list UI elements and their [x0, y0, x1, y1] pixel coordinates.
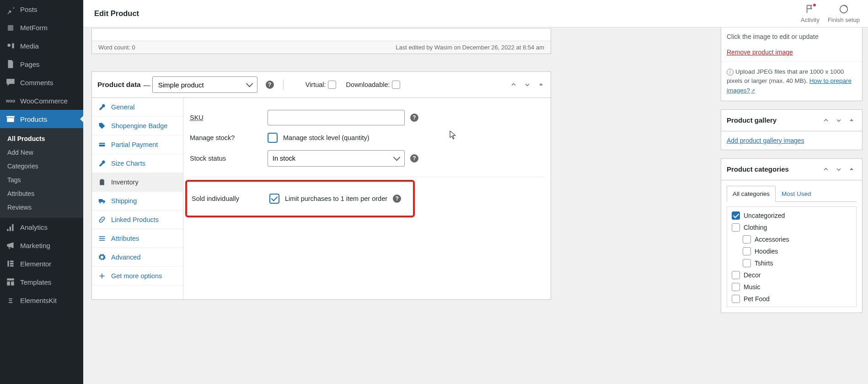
- toggle-panel-icon[interactable]: [847, 115, 857, 125]
- category-checkbox[interactable]: [743, 247, 751, 255]
- finish-setup-button[interactable]: Finish setup: [828, 4, 860, 23]
- svg-point-4: [99, 202, 101, 203]
- tab-label: Linked Products: [111, 216, 159, 223]
- tab-advanced[interactable]: Advanced: [92, 248, 183, 267]
- tab-most-used[interactable]: Most Used: [776, 186, 817, 202]
- tab-shipping[interactable]: Shipping: [92, 192, 183, 211]
- move-up-icon[interactable]: [821, 164, 831, 174]
- tab-label: Attributes: [111, 235, 139, 242]
- progress-icon: [839, 4, 849, 16]
- tab-shopengine-badge[interactable]: Shopengine Badge: [92, 117, 183, 135]
- help-sold-icon[interactable]: ?: [393, 195, 401, 203]
- move-down-icon[interactable]: [834, 115, 844, 125]
- tab-attributes[interactable]: Attributes: [92, 229, 183, 248]
- category-label: Hoodies: [755, 248, 778, 255]
- divider: [283, 80, 284, 90]
- toggle-panel-icon[interactable]: [847, 164, 857, 174]
- category-item[interactable]: Pet Food: [731, 293, 854, 305]
- menu-label: Marketing: [20, 242, 50, 249]
- analytics-icon: [5, 222, 16, 232]
- tab-linked-products[interactable]: Linked Products: [92, 211, 183, 229]
- tab-label: Shipping: [111, 197, 137, 205]
- downloadable-checkbox[interactable]: [392, 81, 400, 89]
- tab-label: Size Charts: [111, 160, 145, 167]
- menu-products[interactable]: Products: [0, 110, 83, 128]
- header-actions: Activity Finish setup: [709, 0, 868, 27]
- help-product-type-icon[interactable]: ?: [266, 81, 274, 89]
- menu-posts[interactable]: Posts: [0, 0, 83, 18]
- move-up-icon[interactable]: [821, 115, 831, 125]
- word-count: Word count: 0: [98, 44, 135, 51]
- help-sku-icon[interactable]: ?: [410, 114, 418, 122]
- menu-analytics[interactable]: Analytics: [0, 218, 83, 236]
- menu-woocommerce[interactable]: woo WooCommerce: [0, 92, 83, 110]
- category-item[interactable]: Clothing: [731, 222, 854, 233]
- downloadable-toggle[interactable]: Downloadable:: [346, 81, 400, 89]
- category-checkbox[interactable]: [732, 211, 740, 220]
- remove-product-image-link[interactable]: Remove product image: [727, 49, 793, 56]
- menu-media[interactable]: Media: [0, 37, 83, 55]
- submenu-tags[interactable]: Tags: [0, 173, 83, 187]
- tab-all-categories[interactable]: All categories: [727, 186, 776, 202]
- menu-pages[interactable]: Pages: [0, 55, 83, 73]
- toggle-panel-icon[interactable]: [536, 80, 546, 90]
- menu-label: MetForm: [20, 24, 48, 32]
- submenu-reviews[interactable]: Reviews: [0, 200, 83, 214]
- menu-elementor[interactable]: Elementor: [0, 254, 83, 273]
- menu-metform[interactable]: ▦ MetForm: [0, 18, 83, 37]
- page-header: Edit Product: [83, 0, 709, 27]
- tab-inventory[interactable]: Inventory: [92, 173, 183, 192]
- manage-stock-checkbox[interactable]: [268, 133, 278, 143]
- gallery-title: Product gallery: [727, 116, 777, 124]
- category-checkbox[interactable]: [732, 283, 740, 291]
- category-checkbox[interactable]: [732, 271, 740, 279]
- category-checkbox[interactable]: [743, 235, 751, 243]
- submenu-add-new[interactable]: Add New: [0, 146, 83, 159]
- sold-individually-checkbox[interactable]: [269, 194, 279, 204]
- clipboard-icon: [98, 178, 107, 186]
- help-stock-status-icon[interactable]: ?: [410, 154, 418, 162]
- tab-label: Partial Payment: [111, 141, 158, 148]
- product-data-header: Product data — Simple product ? Virtual:…: [92, 72, 551, 98]
- move-down-icon[interactable]: [522, 80, 532, 90]
- menu-templates[interactable]: Templates: [0, 273, 83, 291]
- virtual-checkbox[interactable]: [328, 81, 336, 89]
- category-checkbox[interactable]: [732, 295, 740, 303]
- move-down-icon[interactable]: [834, 164, 844, 174]
- sku-input[interactable]: [268, 110, 405, 125]
- svg-point-0: [7, 44, 11, 47]
- downloadable-label: Downloadable:: [346, 81, 390, 88]
- activity-button[interactable]: Activity: [801, 4, 820, 23]
- submenu-categories[interactable]: Categories: [0, 159, 83, 173]
- categories-list[interactable]: UncategorizedClothingAccessoriesHoodiesT…: [727, 206, 857, 307]
- tab-size-charts[interactable]: Size Charts: [92, 154, 183, 173]
- category-item[interactable]: Hoodies: [731, 245, 854, 257]
- add-gallery-images-link[interactable]: Add product gallery images: [727, 137, 804, 144]
- virtual-toggle[interactable]: Virtual:: [305, 81, 336, 89]
- product-type-select[interactable]: Simple product: [152, 76, 257, 93]
- menu-label: Posts: [20, 5, 38, 13]
- tab-label: General: [111, 103, 135, 111]
- tab-get-more[interactable]: Get more options: [92, 267, 183, 286]
- move-up-icon[interactable]: [509, 80, 519, 90]
- category-checkbox[interactable]: [743, 259, 751, 267]
- category-item[interactable]: Accessories: [731, 233, 854, 245]
- tab-general[interactable]: General: [92, 98, 183, 117]
- field-stock-status-label: Stock status: [190, 155, 268, 162]
- category-item[interactable]: Decor: [731, 269, 854, 281]
- category-checkbox[interactable]: [732, 223, 740, 232]
- menu-elementskit[interactable]: Ξ ElementsKit: [0, 291, 83, 309]
- menu-label: Elementor: [20, 260, 51, 268]
- tab-partial-payment[interactable]: Partial Payment: [92, 135, 183, 154]
- finish-label: Finish setup: [828, 16, 860, 23]
- submenu-all-products[interactable]: All Products: [0, 132, 83, 146]
- menu-label: Comments: [20, 79, 54, 87]
- category-item[interactable]: Music: [731, 281, 854, 293]
- stock-status-select[interactable]: In stock: [268, 150, 405, 167]
- tab-label: Advanced: [111, 254, 141, 261]
- menu-comments[interactable]: Comments: [0, 73, 83, 92]
- submenu-attributes[interactable]: Attributes: [0, 187, 83, 200]
- menu-marketing[interactable]: Marketing: [0, 236, 83, 254]
- category-item[interactable]: Tshirts: [731, 257, 854, 269]
- category-item[interactable]: Uncategorized: [731, 210, 854, 222]
